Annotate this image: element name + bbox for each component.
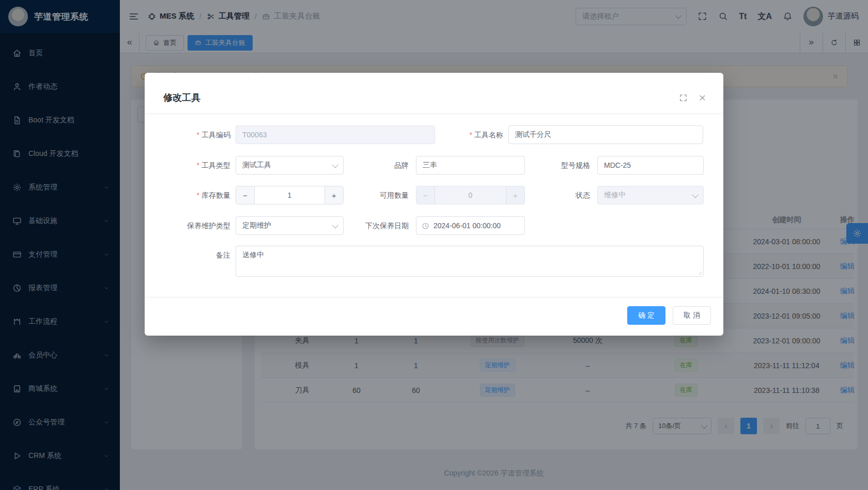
decrease-button[interactable]: − xyxy=(236,186,255,204)
next-maintenance-date-input[interactable]: 2024-06-01 00:00:00 xyxy=(416,216,525,235)
model-input[interactable]: MDC-25 xyxy=(597,156,704,175)
tool-type-select[interactable]: 测试工具 xyxy=(236,156,344,175)
chevron-down-icon xyxy=(332,161,339,168)
app-root: 芋道管理系统 首页 作者动态 Boot 开发文档 Cloud 开发文 xyxy=(0,0,868,490)
dialog-fullscreen-icon[interactable] xyxy=(679,93,688,102)
chevron-down-icon xyxy=(692,191,699,198)
tool-name-input[interactable]: 测试千分尺 xyxy=(508,125,703,144)
dialog-close-icon[interactable] xyxy=(698,93,707,102)
tool-code-input[interactable]: T00063 xyxy=(236,125,435,144)
cancel-button[interactable]: 取 消 xyxy=(673,306,711,325)
remark-textarea[interactable]: 送修中 xyxy=(236,246,704,277)
dialog-tools xyxy=(679,93,707,102)
stock-qty-value[interactable]: 1 xyxy=(255,186,324,204)
maintenance-type-select[interactable]: 定期维护 xyxy=(236,216,344,235)
edit-tool-dialog: 修改工具 *工具编码 T00063 *工具名称 测试千分尺 *工具类型 测试工具… xyxy=(145,73,723,336)
divider xyxy=(145,114,723,114)
stock-qty-stepper: − 1 + xyxy=(236,186,344,204)
dialog-footer: 确 定 取 消 xyxy=(627,306,711,325)
status-select[interactable]: 维修中 xyxy=(597,186,704,204)
available-qty-stepper: − 0 + xyxy=(416,186,525,204)
brand-input[interactable]: 三丰 xyxy=(416,156,525,175)
clock-icon xyxy=(422,222,429,230)
chevron-down-icon xyxy=(332,222,339,228)
dialog-title: 修改工具 xyxy=(163,91,200,104)
available-qty-value: 0 xyxy=(435,186,506,204)
divider xyxy=(145,297,723,297)
increase-button[interactable]: + xyxy=(324,186,343,204)
decrease-button: − xyxy=(416,186,435,204)
confirm-button[interactable]: 确 定 xyxy=(627,306,665,325)
